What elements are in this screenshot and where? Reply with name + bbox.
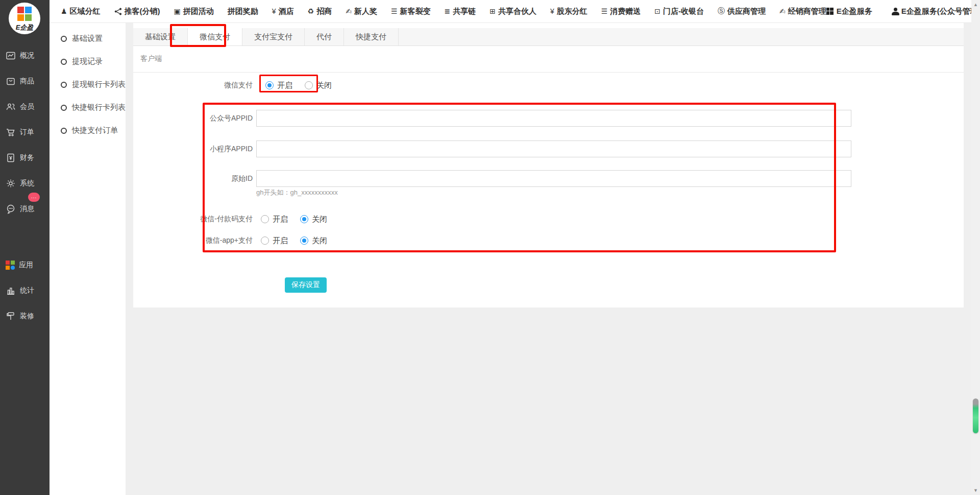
topnav-item-shareholder-dividend[interactable]: ¥ 股东分红 [550, 7, 587, 16]
code-pay-off-option[interactable]: 关闭 [300, 215, 327, 224]
logo-text: E企盈 [9, 23, 40, 32]
sidebar-item-goods[interactable]: 商品 [0, 68, 50, 94]
grid-icon: ⊞ [489, 7, 496, 15]
apps-colored-icon [6, 261, 15, 270]
tab-basic-settings[interactable]: 基础设置 [133, 28, 188, 45]
main-sidebar: E企盈 概况 商品 会员 订单 财务 系统 消息 ... [0, 0, 50, 495]
save-settings-button[interactable]: 保存设置 [285, 277, 327, 293]
topnav-item-investment[interactable]: ♻ 招商 [308, 7, 332, 16]
menu-lines-icon: ☰ [601, 7, 608, 15]
apps-icon [826, 8, 834, 15]
sidebar-item-members[interactable]: 会员 [0, 94, 50, 120]
topnav-item-promoter[interactable]: 推客(分销) [114, 7, 160, 16]
app-pay-off-option[interactable]: 关闭 [300, 236, 327, 246]
code-pay-label: 微信-付款码支付 [133, 215, 253, 224]
topnav-item-dealer-mgmt[interactable]: ✍ 经销商管理 [779, 7, 826, 16]
overview-icon [6, 51, 16, 61]
menu-lines-icon: ☰ [391, 7, 398, 15]
goods-icon [6, 76, 16, 86]
submenu-item-quick-pay-orders[interactable]: 快捷支付订单 [50, 119, 126, 142]
sidebar-item-label: 商品 [20, 77, 34, 86]
share-icon [114, 8, 122, 15]
app-pay-label: 微信-app+支付 [133, 236, 253, 245]
submenu-item-withdraw-records[interactable]: 提现记录 [50, 50, 126, 73]
topbar-service-link[interactable]: E企盈服务 [826, 7, 872, 16]
sidebar-item-label: 装修 [20, 312, 34, 321]
circle-bullet-icon [61, 59, 67, 65]
sidebar-item-label: 消息 [20, 204, 34, 214]
content-panel: 基础设置 微信支付 支付宝支付 代付 快捷支付 客户端 微信支付 开启 关闭 公… [133, 23, 964, 308]
code-pay-on-option[interactable]: 开启 [261, 215, 288, 224]
sidebar-item-label: 系统 [20, 179, 34, 188]
tab-quick-pay[interactable]: 快捷支付 [344, 28, 399, 45]
sidebar-item-label: 财务 [20, 153, 34, 162]
original-id-input[interactable] [256, 170, 851, 187]
sidebar-item-overview[interactable]: 概况 [0, 43, 50, 68]
sidebar-item-stats[interactable]: 统计 [0, 278, 50, 303]
topnav-item-store-cashier[interactable]: ⊡ 门店-收银台 [654, 7, 704, 16]
circle-bullet-icon [61, 128, 67, 134]
tab-wechat-pay[interactable]: 微信支付 [188, 28, 242, 45]
circle-bullet-icon [61, 82, 67, 88]
radio-selected-icon[interactable] [265, 81, 274, 89]
radio-unselected-icon[interactable] [261, 215, 269, 223]
topnav-item-supplier-mgmt[interactable]: Ⓢ 供应商管理 [718, 7, 766, 16]
wechat-pay-off-option[interactable]: 关闭 [305, 81, 332, 90]
topnav-item-share-partner[interactable]: ⊞ 共享合伙人 [489, 7, 536, 16]
radio-selected-icon[interactable] [300, 237, 308, 245]
sidebar-item-apps[interactable]: 应用 [0, 252, 50, 278]
list-icon: ≣ [444, 7, 450, 15]
topnav-item-hotel[interactable]: ¥ 酒店 [272, 7, 294, 16]
topnav-item-group-reward[interactable]: 拼团奖励 [228, 7, 258, 16]
message-icon [6, 204, 16, 214]
wechat-pay-switch-row: 微信支付 开启 关闭 [133, 78, 332, 92]
topnav-item-group-activity[interactable]: ▣ 拼团活动 [174, 7, 214, 16]
topbar-account[interactable]: E企盈服务(公众号管理员) [892, 7, 980, 16]
topnav-item-consumption-gift[interactable]: ☰ 消费赠送 [601, 7, 641, 16]
topnav-item-newcomer-award[interactable]: ✍ 新人奖 [346, 7, 377, 16]
mini-appid-input[interactable] [256, 140, 851, 157]
members-icon [6, 102, 16, 112]
store-icon: ⊡ [654, 7, 660, 15]
circle-bullet-icon [61, 105, 67, 111]
original-id-hint: gh开头如：gh_xxxxxxxxxxx [256, 188, 338, 197]
scroll-up-icon[interactable]: ▲ [971, 1, 980, 8]
submenu-item-withdraw-bank-cards[interactable]: 提现银行卡列表 [50, 73, 126, 96]
sidebar-item-orders[interactable]: 订单 [0, 120, 50, 145]
vertical-scrollbar[interactable]: ▲ ▼ [971, 0, 980, 495]
wechat-pay-switch-label: 微信支付 [133, 81, 253, 90]
submenu-item-quick-bank-cards[interactable]: 快捷银行卡列表 [50, 96, 126, 119]
user-icon [892, 8, 899, 15]
topnav-item-share-chain[interactable]: ≣ 共享链 [444, 7, 476, 16]
top-navigation-bar: ♟ 区域分红 推客(分销) ▣ 拼团活动 拼团奖励 ¥ 酒店 ♻ 招商 ✍ 新人… [50, 0, 971, 23]
radio-unselected-icon[interactable] [261, 237, 269, 245]
sidebar-item-system[interactable]: 系统 [0, 171, 50, 196]
sidebar-item-messages[interactable]: 消息 ... [0, 196, 50, 222]
sidebar-item-label: 会员 [20, 102, 34, 111]
top-nav-items: ♟ 区域分红 推客(分销) ▣ 拼团活动 拼团奖励 ¥ 酒店 ♻ 招商 ✍ 新人… [61, 7, 826, 16]
topnav-item-new-customer[interactable]: ☰ 新客裂变 [391, 7, 431, 16]
payment-tabs: 基础设置 微信支付 支付宝支付 代付 快捷支付 [133, 28, 964, 46]
scroll-down-icon[interactable]: ▼ [971, 487, 980, 494]
wechat-pay-on-option[interactable]: 开启 [265, 81, 292, 90]
gear-icon [6, 178, 16, 188]
radio-unselected-icon[interactable] [305, 81, 313, 89]
submenu-item-basic-settings[interactable]: 基础设置 [50, 27, 126, 50]
sidebar-item-finance[interactable]: 财务 [0, 145, 50, 171]
section-title: 客户端 [140, 54, 162, 63]
sidebar-item-decorate[interactable]: 装修 [0, 303, 50, 329]
hand-icon: ✍ [346, 7, 352, 15]
gzh-appid-input[interactable] [256, 110, 851, 127]
sidebar-item-label: 概况 [20, 51, 34, 60]
messages-badge: ... [28, 193, 40, 202]
yen-icon: ¥ [550, 7, 554, 15]
tab-alipay[interactable]: 支付宝支付 [242, 28, 305, 45]
image-icon: ▣ [174, 7, 181, 15]
app-pay-on-option[interactable]: 开启 [261, 236, 288, 246]
tab-payout[interactable]: 代付 [305, 28, 344, 45]
scrollbar-thumb[interactable] [973, 398, 978, 433]
secondary-sidebar: 基础设置 提现记录 提现银行卡列表 快捷银行卡列表 快捷支付订单 [50, 23, 126, 495]
radio-selected-icon[interactable] [300, 215, 308, 223]
gzh-appid-row: 公众号APPID [133, 114, 253, 123]
topnav-item-region-dividend[interactable]: ♟ 区域分红 [61, 7, 101, 16]
